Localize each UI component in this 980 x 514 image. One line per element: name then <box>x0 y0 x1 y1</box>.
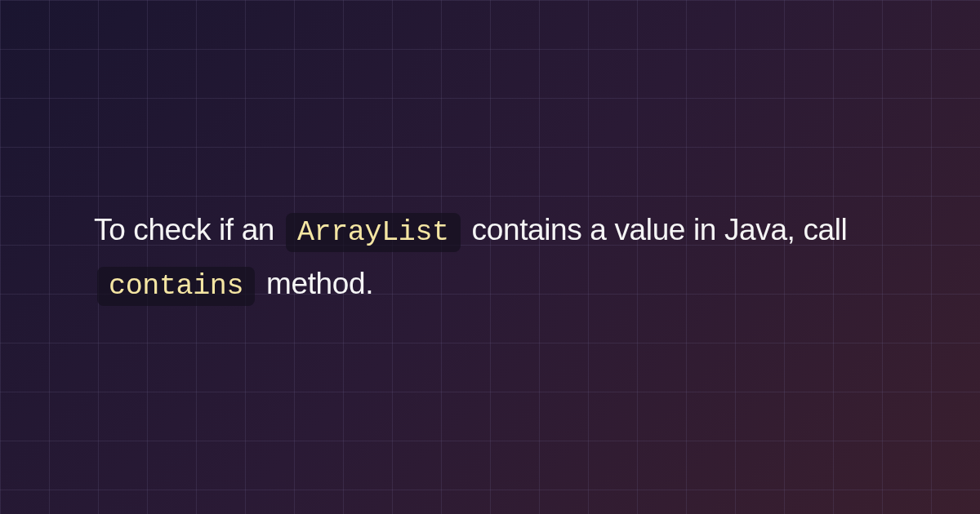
description-text: To check if an ArrayList contains a valu… <box>0 0 980 312</box>
text-segment: method. <box>258 267 373 300</box>
text-segment: contains a value in Java, call <box>464 213 848 246</box>
code-snippet-arraylist: ArrayList <box>286 213 461 252</box>
code-snippet-contains: contains <box>97 267 255 306</box>
text-segment: To check if an <box>94 213 283 246</box>
